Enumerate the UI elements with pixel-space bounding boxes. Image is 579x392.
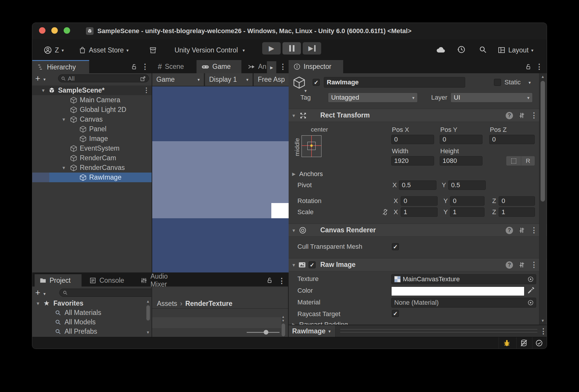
inspector-scrollbar[interactable]: ▲ ▼ [539, 73, 546, 325]
tree-row-rawimage-selected[interactable]: RawImage [32, 173, 152, 182]
help-icon[interactable]: ? [506, 261, 513, 269]
project-create-button[interactable]: + [35, 288, 40, 298]
presets-icon[interactable] [518, 261, 526, 269]
rect-transform-header[interactable]: ▼ Rect Transform ? ⋮ [289, 109, 547, 122]
game-mode-dropdown[interactable]: Game ▾ [152, 73, 204, 86]
bug-report-icon[interactable] [503, 339, 511, 347]
tree-row-global-light[interactable]: Global Light 2D [32, 105, 152, 115]
scroll-up-icon[interactable]: ▲ [282, 315, 285, 318]
active-checkbox[interactable]: ✓ [313, 79, 320, 86]
scale-y-field[interactable]: 1 [450, 207, 485, 217]
project-unlock-icon[interactable] [266, 277, 273, 284]
inspector-menu-icon[interactable]: ⋮ [536, 63, 543, 70]
scrollbar-thumb[interactable] [146, 305, 150, 321]
breadcrumb-assets[interactable]: Assets [157, 300, 177, 308]
rotation-y-field[interactable]: 0 [450, 196, 485, 206]
viewport-menu-icon[interactable]: ⋮ [279, 63, 287, 70]
layer-dropdown[interactable]: UI▾ [451, 93, 533, 103]
raw-edit-mode-button[interactable]: R [521, 156, 535, 166]
gameobject-cube-icon[interactable] [292, 76, 306, 90]
cache-server-icon[interactable] [520, 339, 528, 347]
rotation-x-field[interactable]: 0 [401, 196, 438, 206]
hierarchy-menu-icon[interactable]: ⋮ [141, 63, 149, 70]
breadcrumb-current[interactable]: RenderTexture [185, 300, 233, 308]
blueprint-mode-button[interactable] [506, 156, 521, 166]
layout-dropdown[interactable]: Layout ▾ [497, 45, 534, 55]
project-create-chevron[interactable]: ▾ [43, 292, 46, 296]
help-icon[interactable]: ? [506, 227, 513, 234]
scale-z-field[interactable]: 1 [499, 207, 535, 217]
raw-image-enabled-checkbox[interactable]: ✓ [309, 261, 316, 268]
tree-row-rendercanvas[interactable]: ▼ RenderCanvas [32, 163, 152, 173]
scale-x-field[interactable]: 1 [401, 207, 438, 217]
tree-row-panel[interactable]: Panel [32, 124, 152, 134]
scroll-down-icon[interactable]: ▼ [282, 319, 285, 322]
tab-project[interactable]: Project [35, 274, 82, 287]
tab-hierarchy[interactable]: Hierarchy [32, 60, 89, 73]
tree-row-rendercam[interactable]: RenderCam [32, 153, 152, 163]
unlock-icon[interactable] [130, 63, 138, 71]
create-chevron-icon[interactable]: ▾ [43, 77, 46, 81]
canvas-renderer-header[interactable]: ▼ Canvas Renderer ? ⋮ [289, 224, 547, 237]
tag-dropdown[interactable]: Untagged▾ [328, 93, 418, 103]
help-icon[interactable]: ? [506, 112, 513, 119]
zoom-button[interactable] [64, 27, 70, 34]
raw-image-header[interactable]: ▼ ✓ Raw Image ? ⋮ [289, 258, 547, 271]
object-picker-icon[interactable] [527, 276, 534, 283]
pos-x-field[interactable]: 0 [391, 135, 434, 144]
tab-scene[interactable]: # Scene [153, 60, 194, 73]
tab-game[interactable]: Game [197, 60, 241, 73]
tab-scroll-button[interactable]: ▸ [267, 61, 276, 73]
favorite-all-models[interactable]: All Models [32, 317, 151, 327]
version-control-dropdown[interactable]: Unity Version Control ▾ [149, 45, 245, 55]
static-checkbox[interactable] [494, 79, 501, 86]
close-button[interactable] [39, 27, 45, 34]
tab-inspector[interactable]: Inspector [289, 60, 343, 73]
aspect-dropdown[interactable]: Free Asp [254, 73, 289, 86]
cloud-icon[interactable] [436, 46, 446, 54]
scrollbar-thumb[interactable] [282, 323, 285, 336]
pick-object-icon[interactable] [140, 75, 146, 82]
rotation-z-field[interactable]: 0 [499, 196, 535, 206]
tree-row-main-camera[interactable]: Main Camera [32, 95, 152, 105]
gameobject-icon-chevron[interactable]: ▾ [304, 88, 307, 93]
eyedropper-icon[interactable] [527, 286, 535, 294]
thumbnail-zoom-slider[interactable] [247, 330, 280, 335]
height-field[interactable]: 1080 [440, 156, 483, 166]
inspector-unlock-icon[interactable] [524, 63, 532, 71]
foldout-open-icon[interactable]: ▼ [36, 301, 40, 306]
anchors-foldout-icon[interactable]: ▶ [292, 172, 296, 176]
play-button[interactable]: ▶ [262, 42, 281, 54]
asset-store-dropdown[interactable]: Asset Store ▾ [79, 45, 128, 55]
pos-z-field[interactable]: 0 [489, 135, 535, 144]
foldout-open-icon[interactable]: ▼ [292, 228, 296, 233]
scroll-up-icon[interactable]: ▲ [541, 75, 545, 79]
static-chevron[interactable]: ▾ [529, 80, 531, 85]
tree-row-eventsystem[interactable]: EventSystem [32, 144, 152, 153]
texture-object-field[interactable]: MainCanvasTexture [391, 274, 536, 284]
tree-row-canvas[interactable]: ▼ Canvas [32, 115, 152, 124]
minimize-button[interactable] [51, 27, 58, 34]
component-menu-icon[interactable]: ⋮ [530, 261, 538, 268]
tab-animator[interactable]: An [243, 60, 268, 73]
project-left-scrollbar[interactable]: ▲ ▼ [145, 299, 151, 337]
component-menu-icon[interactable]: ⋮ [530, 112, 538, 119]
pause-button[interactable] [282, 42, 301, 54]
object-picker-icon[interactable] [527, 299, 534, 306]
foldout-open-icon[interactable]: ▼ [62, 166, 66, 170]
project-menu-icon[interactable]: ⋮ [278, 277, 285, 284]
scrollbar-thumb[interactable] [541, 81, 545, 202]
cull-transparent-mesh-checkbox[interactable]: ✓ [392, 243, 399, 250]
tab-audio-mixer[interactable]: Audio Mixer [136, 274, 190, 287]
presets-icon[interactable] [518, 226, 526, 234]
foldout-open-icon[interactable]: ▼ [62, 117, 66, 122]
pos-y-field[interactable]: 0 [440, 135, 483, 144]
favorite-all-prefabs[interactable]: All Prefabs [32, 327, 151, 336]
scroll-down-icon[interactable]: ▼ [541, 319, 545, 323]
account-dropdown[interactable]: Z ▾ [43, 45, 64, 55]
history-icon[interactable] [457, 45, 466, 54]
drag-handle-line[interactable] [340, 329, 537, 330]
asset-bar-dropdown[interactable]: RawImage ▾ [289, 325, 336, 337]
anchor-preset-widget[interactable] [302, 135, 321, 157]
presets-icon[interactable] [518, 112, 526, 119]
